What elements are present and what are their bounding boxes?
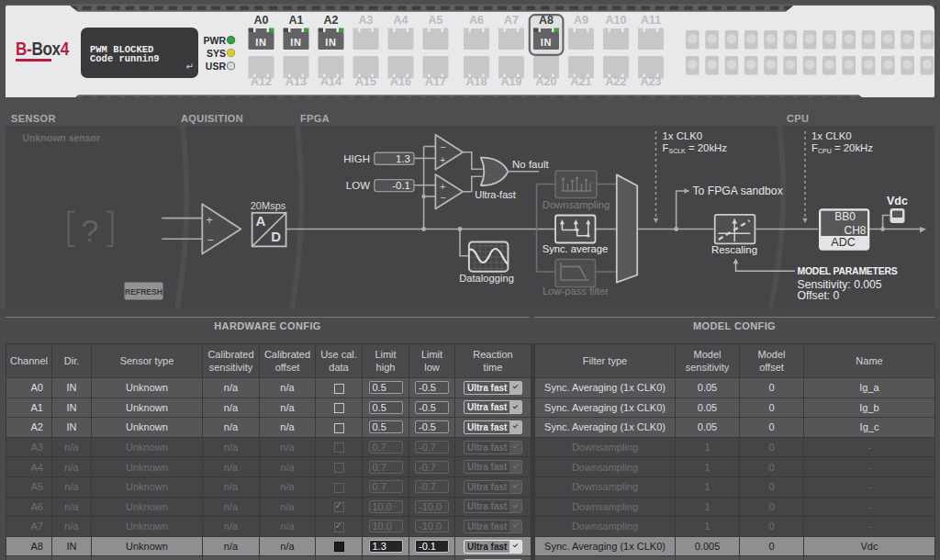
svg-text:+: + [207,214,213,227]
svg-text:Downsampling: Downsampling [543,199,610,210]
svg-text:A10: A10 [606,14,627,27]
svg-text:?: ? [82,213,99,248]
svg-text:D: D [271,229,281,244]
svg-text:SYS: SYS [207,48,226,59]
svg-text:A23: A23 [641,75,662,88]
svg-text:Vdc: Vdc [887,195,908,207]
svg-text:CPU: CPU [787,113,809,124]
svg-text:BB0: BB0 [834,210,856,223]
svg-text:A11: A11 [641,14,661,27]
svg-text:A2: A2 [324,14,339,27]
svg-text:A16: A16 [390,75,411,88]
svg-text:REFRESH: REFRESH [125,287,162,297]
svg-text:B-Box4: B-Box4 [16,39,70,59]
svg-text:A14: A14 [320,75,341,88]
svg-text:↵: ↵ [186,62,194,72]
svg-text:−: − [441,141,446,152]
svg-text:Rescaling: Rescaling [711,244,757,255]
svg-text:PWR: PWR [204,35,227,46]
svg-text:−: − [441,192,446,203]
svg-text:MODEL PARAMETERS: MODEL PARAMETERS [798,266,898,276]
svg-text:A6: A6 [469,14,484,27]
svg-text:+: + [440,154,445,165]
svg-text:1x CLK0: 1x CLK0 [811,130,852,141]
svg-text:FPGA: FPGA [300,113,330,124]
svg-text:LOW: LOW [346,180,370,191]
svg-text:A4: A4 [394,14,408,27]
svg-text:+: + [440,181,445,192]
svg-text:Ultra-fast: Ultra-fast [475,189,516,200]
svg-text:A9: A9 [574,14,588,27]
svg-text:A13: A13 [285,75,307,88]
svg-text:A17: A17 [425,75,446,88]
svg-text:IN: IN [541,37,553,48]
svg-text:CH8: CH8 [844,224,866,237]
svg-text:A18: A18 [466,75,487,88]
svg-text:20Msps: 20Msps [251,200,286,211]
svg-text:IN: IN [255,37,267,48]
svg-text:Sync. average: Sync. average [543,243,609,254]
svg-text:Low-pass filter: Low-pass filter [543,286,609,297]
svg-text:To FPGA sandbox: To FPGA sandbox [693,185,783,197]
svg-text:A8: A8 [539,14,554,27]
svg-text:A0: A0 [254,14,269,27]
svg-text:AQUISITION: AQUISITION [181,113,243,124]
svg-text:A21: A21 [571,75,592,88]
svg-text:1x CLK0: 1x CLK0 [663,130,703,141]
svg-text:No fault: No fault [512,159,549,170]
svg-text:1.3: 1.3 [396,153,410,164]
svg-text:IN: IN [325,37,337,48]
svg-text:A: A [256,213,266,229]
svg-text:A15: A15 [355,75,376,88]
svg-text:A19: A19 [501,75,522,88]
svg-text:A12: A12 [251,75,272,88]
svg-text:USR: USR [206,61,227,72]
svg-text:A22: A22 [606,75,627,88]
svg-text:Code runnin9: Code runnin9 [90,53,160,64]
svg-text:A1: A1 [289,14,304,27]
svg-text:A7: A7 [504,14,519,27]
svg-text:A5: A5 [429,14,443,27]
svg-text:Datalogging: Datalogging [459,273,514,284]
svg-text:IN: IN [290,37,302,48]
svg-text:-0.1: -0.1 [392,180,410,191]
svg-text:SENSOR: SENSOR [11,113,56,124]
svg-text:A3: A3 [359,14,374,27]
svg-text:Unknown sensor: Unknown sensor [23,132,101,143]
svg-text:−: − [207,234,214,247]
svg-text:HIGH: HIGH [343,153,370,164]
svg-text:ADC: ADC [831,236,855,249]
svg-text:A20: A20 [536,75,557,88]
svg-text:Offset: 0: Offset: 0 [798,289,840,302]
